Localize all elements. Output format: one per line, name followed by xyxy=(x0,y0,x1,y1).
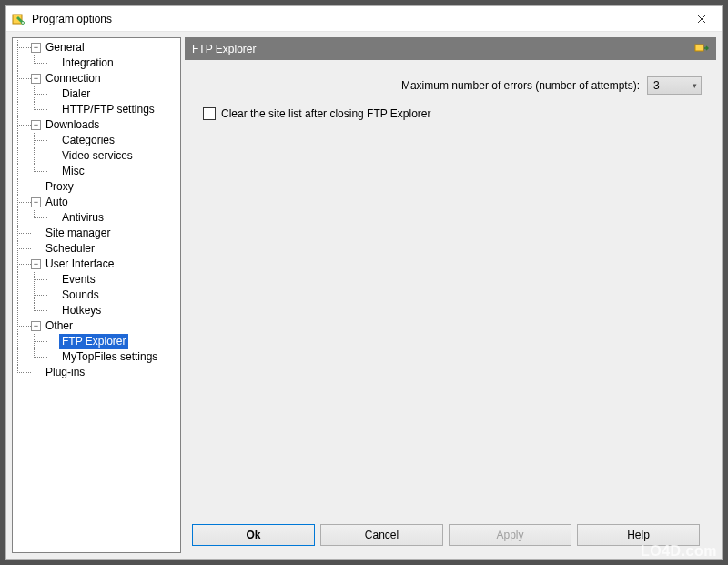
apply-button[interactable]: Apply xyxy=(449,524,571,546)
panel-form: Maximum number of errors (number of atte… xyxy=(185,60,716,519)
cancel-button[interactable]: Cancel xyxy=(320,524,443,546)
svg-rect-2 xyxy=(695,45,703,51)
dialog-body: −GeneralIntegration−ConnectionDialerHTTP… xyxy=(6,32,722,559)
tree-item-video-services[interactable]: Video services xyxy=(15,148,178,164)
tree-label: Antivirus xyxy=(59,210,106,226)
tree-collapse-icon[interactable]: − xyxy=(31,197,41,207)
window-title: Program options xyxy=(32,13,112,25)
errors-select[interactable]: 3 ▾ xyxy=(647,76,702,95)
tree-collapse-icon[interactable]: − xyxy=(31,321,41,331)
tree-collapse-icon[interactable]: − xyxy=(31,74,41,84)
tree-label: Misc xyxy=(59,164,87,179)
tree-label: Events xyxy=(59,272,98,288)
tree-label: Plug-ins xyxy=(43,365,87,380)
chevron-down-icon: ▾ xyxy=(693,81,697,90)
ok-button[interactable]: Ok xyxy=(192,524,315,546)
tree-label: Scheduler xyxy=(43,241,97,257)
titlebar: Program options xyxy=(6,6,722,32)
options-dialog: Program options −GeneralIntegration−Conn… xyxy=(5,5,723,560)
tree-item-misc[interactable]: Misc xyxy=(15,164,178,179)
tree-label: Sounds xyxy=(59,288,102,303)
tree-item-ftp-explorer[interactable]: FTP Explorer xyxy=(15,334,178,349)
tree-item-connection[interactable]: −Connection xyxy=(15,71,178,86)
tree-label: Dialer xyxy=(59,86,93,102)
tree-label: Auto xyxy=(43,195,71,210)
tree-label: Integration xyxy=(59,55,116,71)
tree-item-sounds[interactable]: Sounds xyxy=(15,288,178,303)
tree-item-dialer[interactable]: Dialer xyxy=(15,86,178,102)
tree-item-scheduler[interactable]: Scheduler xyxy=(15,241,178,257)
tree-label: FTP Explorer xyxy=(59,334,128,349)
panel-title: FTP Explorer xyxy=(192,43,256,55)
ftp-icon xyxy=(694,41,709,55)
tree-label: MyTopFiles settings xyxy=(59,349,160,365)
tree-item-hotkeys[interactable]: Hotkeys xyxy=(15,303,178,318)
tree-item-events[interactable]: Events xyxy=(15,272,178,288)
tree-label: Connection xyxy=(43,71,104,86)
category-tree[interactable]: −GeneralIntegration−ConnectionDialerHTTP… xyxy=(12,37,181,553)
watermark: LO4D.com xyxy=(641,543,717,560)
tree-label: General xyxy=(43,40,87,55)
tree-item-antivirus[interactable]: Antivirus xyxy=(15,210,178,226)
tree-label: Video services xyxy=(59,148,136,164)
tree-item-categories[interactable]: Categories xyxy=(15,133,178,148)
tree-label: Site manager xyxy=(43,226,113,241)
tree-item-http-ftp-settings[interactable]: HTTP/FTP settings xyxy=(15,102,178,117)
close-button[interactable] xyxy=(683,7,720,31)
tree-label: Downloads xyxy=(43,117,102,133)
panel-header: FTP Explorer xyxy=(185,37,716,60)
tree-item-downloads[interactable]: −Downloads xyxy=(15,117,178,133)
tree-item-integration[interactable]: Integration xyxy=(15,55,178,71)
tree-item-auto[interactable]: −Auto xyxy=(15,195,178,210)
button-bar: Ok Cancel Apply Help xyxy=(185,519,716,553)
tree-item-user-interface[interactable]: −User Interface xyxy=(15,257,178,272)
settings-panel: FTP Explorer Maximum number of errors (n… xyxy=(185,37,716,553)
tree-item-plug-ins[interactable]: Plug-ins xyxy=(15,365,178,380)
close-icon xyxy=(697,15,706,24)
clear-list-checkbox[interactable] xyxy=(203,107,216,120)
tree-label: User Interface xyxy=(43,257,116,272)
tree-item-mytopfiles-settings[interactable]: MyTopFiles settings xyxy=(15,349,178,365)
tree-collapse-icon[interactable]: − xyxy=(31,43,41,53)
tree-item-general[interactable]: −General xyxy=(15,40,178,55)
tree-collapse-icon[interactable]: − xyxy=(31,120,41,130)
tree-label: Hotkeys xyxy=(59,303,104,318)
app-icon xyxy=(12,12,26,26)
tree-label: HTTP/FTP settings xyxy=(59,102,157,117)
tree-item-other[interactable]: −Other xyxy=(15,318,178,334)
tree-label: Proxy xyxy=(43,179,76,195)
errors-label: Maximum number of errors (number of atte… xyxy=(401,79,640,92)
tree-label: Other xyxy=(43,318,76,334)
clear-list-label: Clear the site list after closing FTP Ex… xyxy=(221,107,431,120)
svg-point-1 xyxy=(22,21,25,24)
errors-value: 3 xyxy=(653,79,660,92)
tree-label: Categories xyxy=(59,133,117,148)
tree-collapse-icon[interactable]: − xyxy=(31,259,41,269)
tree-item-proxy[interactable]: Proxy xyxy=(15,179,178,195)
tree-item-site-manager[interactable]: Site manager xyxy=(15,226,178,241)
